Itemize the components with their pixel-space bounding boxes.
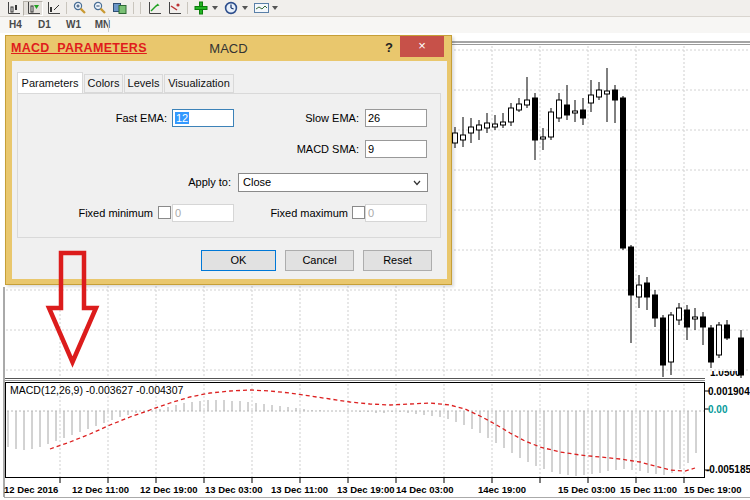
chevron-down-icon[interactable] — [212, 6, 218, 10]
macd-dialog: MACD ? × MACD PARAMETERS Parameters Colo… — [5, 35, 452, 285]
chart-offset-icon[interactable] — [43, 1, 63, 16]
time-label: 12 Dec 19:00 — [140, 484, 198, 495]
toolbar-separator — [108, 18, 109, 32]
toolbar — [0, 0, 750, 17]
macd-sma-input[interactable]: 9 — [365, 140, 427, 158]
help-button[interactable]: ? — [385, 40, 393, 55]
tab-parameters[interactable]: Parameters — [17, 72, 83, 94]
ok-button[interactable]: OK — [201, 250, 276, 271]
time-label: 15 Dec 19:00 — [684, 484, 742, 495]
macd-parameters-annotation: MACD PARAMETERS — [11, 41, 147, 55]
add-indicator-icon[interactable] — [191, 1, 211, 16]
fixed-maximum-checkbox[interactable] — [352, 206, 365, 219]
chevron-down-icon[interactable] — [272, 6, 278, 10]
slow-ema-label: Slow EMA: — [293, 112, 359, 124]
templates-icon[interactable] — [251, 1, 271, 16]
timeframe-h4[interactable]: H4 — [2, 18, 29, 32]
objects-icon[interactable] — [164, 1, 184, 16]
tile-windows-icon[interactable] — [110, 1, 130, 16]
time-label: 14ec 19:00 — [478, 484, 526, 495]
indicators-icon[interactable] — [144, 1, 164, 16]
toolbar-separator — [187, 2, 188, 14]
fast-ema-label: Fast EMA: — [81, 112, 167, 124]
fixed-minimum-label: Fixed minimum — [76, 207, 153, 219]
fixed-maximum-input[interactable]: 0 — [365, 204, 427, 222]
app-window: H4 D1 W1 MN 1.05000 0.001904 0.00 -0.005… — [0, 0, 750, 500]
macd-scale-zero: 0.00 — [708, 404, 727, 415]
tab-visualization[interactable]: Visualization — [164, 74, 234, 93]
fixed-maximum-label: Fixed maximum — [268, 207, 348, 219]
chevron-down-icon — [413, 180, 421, 186]
macd-scale-bottom: -0.005185 — [706, 464, 750, 475]
macd-sma-label: MACD SMA: — [278, 143, 359, 155]
time-label: 14 Dec 03:00 — [396, 484, 454, 495]
time-label: 13 Dec 03:00 — [205, 484, 263, 495]
fixed-minimum-input[interactable]: 0 — [172, 204, 234, 222]
cancel-button[interactable]: Cancel — [285, 250, 354, 271]
time-label: 13 Dec 11:00 — [271, 484, 328, 495]
tab-levels[interactable]: Levels — [124, 74, 163, 93]
toolbar-separator — [140, 2, 141, 14]
time-label: 12 Dec 11:00 — [72, 484, 129, 495]
fast-ema-input[interactable]: 12 — [172, 109, 234, 127]
timeframe-mn[interactable]: MN — [89, 18, 116, 32]
slow-ema-input[interactable]: 26 — [365, 109, 427, 127]
macd-scale-top: 0.001904 — [708, 386, 750, 397]
toolbar-separator — [133, 2, 134, 14]
periods-icon[interactable] — [221, 1, 241, 16]
apply-to-label: Apply to: — [146, 176, 231, 188]
timeframe-w1[interactable]: W1 — [60, 18, 87, 32]
chevron-down-icon[interactable] — [242, 6, 248, 10]
fixed-minimum-checkbox[interactable] — [158, 206, 171, 219]
dialog-body: Parameters Colors Levels Visualization F… — [12, 61, 447, 279]
apply-to-select[interactable]: Close — [238, 173, 428, 192]
chart-shift-icon[interactable] — [3, 1, 23, 16]
time-label: 15 Dec 11:00 — [620, 484, 677, 495]
time-label: 15 Dec 03:00 — [558, 484, 616, 495]
close-button[interactable]: × — [400, 36, 444, 57]
reset-button[interactable]: Reset — [363, 250, 432, 271]
auto-scroll-icon[interactable] — [23, 1, 43, 16]
toolbar-separator — [66, 2, 67, 14]
timeframe-bar: H4 D1 W1 MN — [0, 17, 750, 33]
zoom-in-icon[interactable] — [70, 1, 90, 16]
timeframe-d1[interactable]: D1 — [31, 18, 58, 32]
zoom-out-icon[interactable] — [90, 1, 110, 16]
tab-colors[interactable]: Colors — [84, 74, 123, 93]
time-label: 12 Dec 2016 — [4, 484, 58, 495]
time-axis: 12 Dec 201612 Dec 11:0012 Dec 19:0013 De… — [0, 484, 750, 498]
time-label: 13 Dec 19:00 — [337, 484, 395, 495]
macd-indicator-label: MACD(12,26,9) -0.003627 -0.004307 — [10, 384, 183, 396]
clipped-price-label: 1.05000 — [710, 371, 742, 379]
